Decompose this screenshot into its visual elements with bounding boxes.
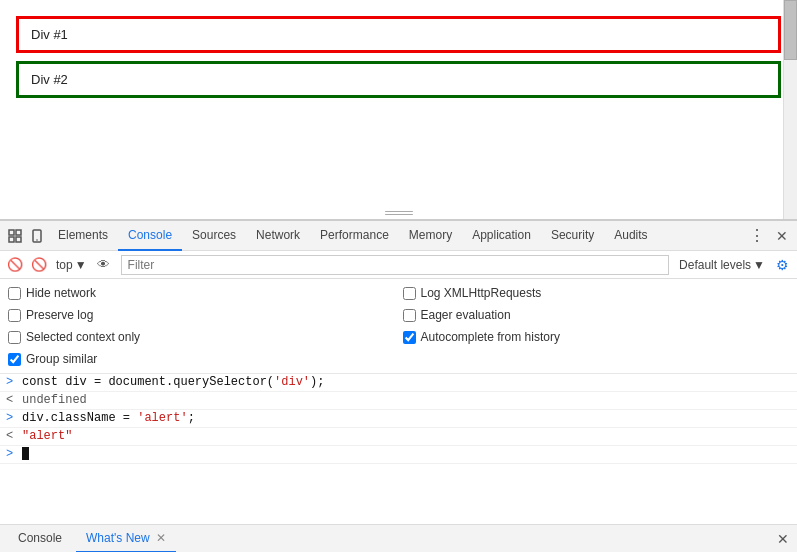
svg-rect-2 [9, 237, 14, 242]
tab-application[interactable]: Application [462, 221, 541, 251]
resize-line-2 [385, 214, 413, 215]
group-similar-label: Group similar [26, 352, 97, 366]
setting-preserve-log: Preserve log [8, 305, 395, 325]
console-line-1: > const div = document.querySelector('di… [0, 374, 797, 392]
preserve-log-label: Preserve log [26, 308, 93, 322]
console-line-2: < undefined [0, 392, 797, 410]
tab-memory[interactable]: Memory [399, 221, 462, 251]
more-tabs-button[interactable]: ⋮ [743, 221, 771, 251]
console-filter-input[interactable] [121, 255, 669, 275]
setting-hide-network: Hide network [8, 283, 395, 303]
tab-network[interactable]: Network [246, 221, 310, 251]
console-output: > const div = document.querySelector('di… [0, 374, 797, 524]
devtools-panel: Elements Console Sources Network Perform… [0, 220, 797, 552]
close-devtools-button[interactable]: ✕ [771, 225, 793, 247]
log-xhr-checkbox[interactable] [403, 287, 416, 300]
inspect-icon[interactable] [4, 225, 26, 247]
tab-sources[interactable]: Sources [182, 221, 246, 251]
chevron-down-icon: ▼ [75, 258, 87, 272]
context-selector[interactable]: top ▼ [52, 258, 91, 272]
close-whats-new-tab[interactable]: ✕ [156, 531, 166, 545]
settings-gear-button[interactable]: ⚙ [771, 254, 793, 276]
hide-network-label: Hide network [26, 286, 96, 300]
viewport-scrollbar[interactable] [783, 0, 797, 219]
prompt-4: < [6, 429, 13, 443]
scrollbar-thumb[interactable] [784, 0, 797, 60]
setting-group-similar: Group similar [8, 349, 395, 369]
resize-handle[interactable] [384, 211, 414, 215]
tab-elements[interactable]: Elements [48, 221, 118, 251]
setting-selected-context: Selected context only [8, 327, 395, 347]
default-levels-selector[interactable]: Default levels ▼ [675, 258, 769, 272]
log-xhr-label: Log XMLHttpRequests [421, 286, 542, 300]
bottom-tab-bar: Console What's New ✕ ✕ [0, 524, 797, 552]
tab-console[interactable]: Console [118, 221, 182, 251]
console-line-3: > div.className = 'alert'; [0, 410, 797, 428]
browser-viewport: Div #1 Div #2 [0, 0, 797, 220]
svg-point-5 [36, 239, 38, 241]
group-similar-checkbox[interactable] [8, 353, 21, 366]
div1-label: Div #1 [31, 27, 68, 42]
devtools-tab-bar: Elements Console Sources Network Perform… [0, 221, 797, 251]
bottom-tab-whats-new[interactable]: What's New ✕ [76, 525, 176, 553]
console-text-3: div.className = 'alert'; [22, 411, 195, 425]
prompt-1: > [6, 375, 13, 389]
setting-log-xhr: Log XMLHttpRequests [403, 283, 790, 303]
hide-network-checkbox[interactable] [8, 287, 21, 300]
mobile-icon[interactable] [26, 225, 48, 247]
clear-console-button[interactable]: 🚫 [4, 254, 26, 276]
setting-eager-eval: Eager evaluation [403, 305, 790, 325]
console-toolbar: 🚫 🚫 top ▼ 👁 Default levels ▼ ⚙ [0, 251, 797, 279]
console-text-4: "alert" [22, 429, 72, 443]
close-all-tabs-button[interactable]: ✕ [777, 531, 789, 547]
selected-context-checkbox[interactable] [8, 331, 21, 344]
svg-rect-0 [9, 230, 14, 235]
svg-rect-3 [16, 237, 21, 242]
div2-label: Div #2 [31, 72, 68, 87]
tab-performance[interactable]: Performance [310, 221, 399, 251]
autocomplete-label: Autocomplete from history [421, 330, 560, 344]
console-text-2: undefined [22, 393, 87, 407]
prompt-3: > [6, 411, 13, 425]
prompt-5: > [6, 447, 13, 461]
eye-icon-button[interactable]: 👁 [93, 254, 115, 276]
svg-rect-1 [16, 230, 21, 235]
resize-line-1 [385, 211, 413, 212]
selected-context-label: Selected context only [26, 330, 140, 344]
default-levels-chevron: ▼ [753, 258, 765, 272]
eager-eval-label: Eager evaluation [421, 308, 511, 322]
tab-security[interactable]: Security [541, 221, 604, 251]
autocomplete-checkbox[interactable] [403, 331, 416, 344]
bottom-tab-console[interactable]: Console [8, 525, 72, 553]
div-box-2: Div #2 [16, 61, 781, 98]
eager-eval-checkbox[interactable] [403, 309, 416, 322]
div-box-1: Div #1 [16, 16, 781, 53]
preserve-log-checkbox[interactable] [8, 309, 21, 322]
console-line-5[interactable]: > [0, 446, 797, 464]
console-line-4: < "alert" [0, 428, 797, 446]
console-settings-area: Hide network Log XMLHttpRequests Preserv… [0, 279, 797, 374]
console-cursor [22, 447, 29, 460]
setting-autocomplete: Autocomplete from history [403, 327, 790, 347]
console-text-1: const div = document.querySelector('div'… [22, 375, 324, 389]
tab-audits[interactable]: Audits [604, 221, 657, 251]
filter-button[interactable]: 🚫 [28, 254, 50, 276]
prompt-2: < [6, 393, 13, 407]
